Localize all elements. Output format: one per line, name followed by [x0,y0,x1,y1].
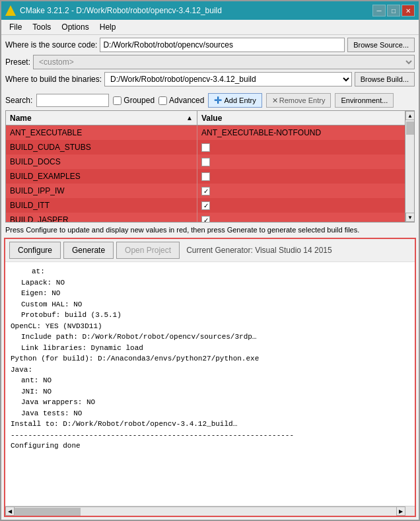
open-project-button[interactable]: Open Project [116,242,180,259]
window-controls: ─ □ ✕ [372,5,415,17]
preset-dropdown-wrapper: <custom> [33,55,415,69]
log-scrollbar-h[interactable] [15,506,396,516]
checkbox-4[interactable]: ✓ [201,187,210,195]
environment-button[interactable]: Environment... [335,93,394,108]
build-dropdown-wrapper: D:/Work/Robot/robot/opencv-3.4.12_build [104,72,352,87]
log-area[interactable]: at:Lapack: NOEigen: NOCustom HAL: NOProt… [5,262,415,506]
advanced-checkbox-label[interactable]: Advanced [158,96,204,105]
value-column-header: Value [197,111,414,125]
cell-value-0: ANT_EXECUTABLE-NOTFOUND [197,125,414,140]
table-row[interactable]: BUILD_IPP_IW ✓ [6,184,414,198]
hint-text: Press Configure to update and display ne… [1,223,419,238]
build-dropdown[interactable]: D:/Work/Robot/robot/opencv-3.4.12_build [104,72,352,87]
log-line: OpenCL: YES (NVD3D11) [11,321,409,332]
preset-row: Preset: <custom> [5,55,415,69]
main-window: CMake 3.21.2 - D:/Work/Robot/robot/openc… [0,0,420,521]
generator-label: Current Generator: Visual Studio 14 2015 [182,246,336,255]
log-line: Java: [11,365,409,376]
log-line: Java tests: NO [11,408,409,419]
minimize-button[interactable]: ─ [372,5,386,17]
log-line: Eigen: NO [11,288,409,299]
log-line: Install to: D:/Work/Robot/robot/opencv-3… [11,419,409,430]
cell-name-2: BUILD_DOCS [6,155,197,169]
scroll-thumb[interactable] [406,122,414,135]
cell-value-4: ✓ [197,184,414,198]
maximize-button[interactable]: □ [387,5,400,17]
table-row[interactable]: BUILD_DOCS [6,155,414,169]
log-line: Lapack: NO [11,277,409,289]
source-input[interactable] [100,38,345,52]
checkbox-6[interactable]: ✓ [201,216,210,223]
window-title: CMake 3.21.2 - D:/Work/Robot/robot/openc… [20,6,372,15]
table-row[interactable]: BUILD_ITT ✓ [6,198,414,213]
configure-button[interactable]: Configure [9,242,61,259]
checkbox-3[interactable] [201,172,210,181]
build-row: Where to build the binaries: D:/Work/Rob… [5,72,415,87]
log-line: ----------------------------------------… [11,430,409,441]
build-label: Where to build the binaries: [5,75,102,84]
generate-button[interactable]: Generate [63,242,114,259]
table-row[interactable]: ANT_EXECUTABLE ANT_EXECUTABLE-NOTFOUND [6,125,414,140]
search-label: Search: [5,96,32,105]
table-row[interactable]: BUILD_CUDA_STUBS [6,140,414,155]
checkbox-2[interactable] [201,158,210,166]
add-entry-button[interactable]: ✛ Add Entry [208,93,262,108]
browse-build-button[interactable]: Browse Build... [355,72,415,87]
entries-table: Name ▲ Value ANT_EXECUTABLE ANT_EXECUTAB… [5,110,415,223]
bottom-bar: ◀ ▶ [5,506,415,516]
log-line: ant: NO [11,375,409,386]
log-line: Java wrappers: NO [11,397,409,408]
log-line: Configuring done [11,440,409,452]
menu-help[interactable]: Help [94,21,122,33]
log-line: Python (for build): D:/Anaconda3/envs/py… [11,353,409,365]
action-bar: Configure Generate Open Project Current … [5,239,415,262]
table-header: Name ▲ Value [6,111,414,125]
log-scroll-thumb[interactable] [15,508,81,516]
menu-tools[interactable]: Tools [27,21,56,33]
scroll-up-arrow[interactable]: ▲ [405,111,415,120]
log-scroll-right[interactable]: ▶ [396,506,405,516]
search-input[interactable] [36,94,109,107]
checkbox-1[interactable] [201,143,210,152]
cell-value-6: ✓ [197,213,414,223]
grouped-checkbox[interactable] [113,96,122,105]
name-column-header: Name ▲ [6,111,197,125]
cell-value-1 [197,140,414,155]
log-line: Custom HAL: NO [11,299,409,310]
advanced-checkbox[interactable] [158,96,167,105]
source-row: Where is the source code: Browse Source.… [5,38,415,52]
table-rows-container: ANT_EXECUTABLE ANT_EXECUTABLE-NOTFOUND B… [6,125,414,223]
menu-file[interactable]: File [4,21,27,33]
browse-source-button[interactable]: Browse Source... [347,38,415,52]
table-scroll-area: ANT_EXECUTABLE ANT_EXECUTABLE-NOTFOUND B… [6,125,414,223]
cell-name-4: BUILD_IPP_IW [6,184,197,198]
cell-value-5: ✓ [197,198,414,213]
cell-value-3 [197,169,414,184]
scroll-down-arrow[interactable]: ▼ [405,213,415,222]
plus-icon: ✛ [214,95,222,106]
cell-value-2 [197,155,414,169]
log-line: JNI: NO [11,386,409,398]
table-scrollbar-v[interactable]: ▲ ▼ [405,111,414,222]
remove-entry-button[interactable]: ✕ Remove Entry [266,93,332,108]
preset-label: Preset: [5,57,30,67]
source-label: Where is the source code: [5,40,97,50]
table-row[interactable]: BUILD_EXAMPLES [6,169,414,184]
sort-arrow-name: ▲ [186,114,193,122]
log-line: Include path: D:/Work/Robot/robot/opencv… [11,331,409,343]
form-area: Where is the source code: Browse Source.… [1,35,419,92]
close-button[interactable]: ✕ [402,5,415,17]
title-bar: CMake 3.21.2 - D:/Work/Robot/robot/openc… [1,1,419,20]
table-row[interactable]: BUILD_JASPER ✓ [6,213,414,223]
cell-name-6: BUILD_JASPER [6,213,197,223]
log-scroll-left[interactable]: ◀ [5,506,15,516]
bottom-section: Configure Generate Open Project Current … [4,238,416,517]
menu-options[interactable]: Options [56,21,94,33]
log-line: Protobuf: build (3.5.1) [11,310,409,321]
checkbox-5[interactable]: ✓ [201,201,210,210]
cell-name-0: ANT_EXECUTABLE [6,125,197,140]
search-row: Search: Grouped Advanced ✛ Add Entry ✕ R… [1,92,419,110]
preset-dropdown[interactable]: <custom> [33,55,415,69]
cell-name-3: BUILD_EXAMPLES [6,169,197,184]
grouped-checkbox-label[interactable]: Grouped [113,96,155,105]
